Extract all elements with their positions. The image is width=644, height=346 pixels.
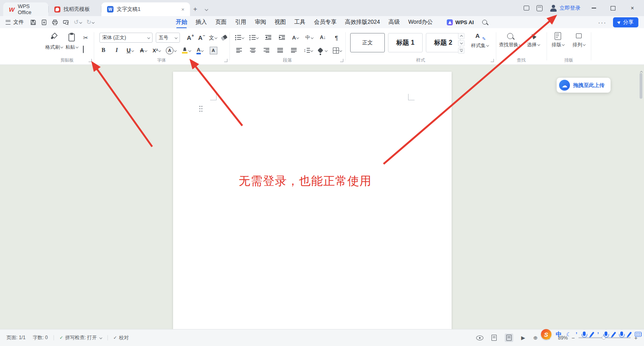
font-name-select[interactable]: 宋体 (正文) (99, 33, 153, 43)
distribute-button[interactable] (290, 46, 298, 55)
share-button[interactable]: 分享 (613, 17, 638, 27)
sort-button[interactable]: A↓ (319, 33, 327, 42)
style-heading1[interactable]: 标题 1 (388, 33, 423, 52)
ribbon-tab-tools[interactable]: 工具 (294, 19, 305, 26)
ribbon-tab-insert[interactable]: 插入 (196, 19, 207, 26)
apps-icon[interactable] (537, 5, 543, 11)
bullet-list-button[interactable] (235, 33, 244, 42)
new-tab-button[interactable]: + (190, 2, 200, 16)
redo-button[interactable]: ↻ (87, 19, 95, 26)
page-view-button[interactable] (505, 334, 513, 342)
align-right-button[interactable] (262, 46, 270, 55)
ime-pen-icon[interactable] (611, 331, 616, 337)
justify-button[interactable] (276, 46, 284, 55)
file-menu-button[interactable]: 文件 (6, 19, 24, 26)
asian-layout-button[interactable]: 中 (305, 33, 313, 42)
tab-wps-home[interactable]: W WPS Office (3, 2, 48, 16)
highlight-color-button[interactable] (182, 46, 191, 55)
italic-button[interactable]: I (113, 46, 121, 55)
ime-pen-icon[interactable] (627, 331, 632, 337)
ime-mic-icon[interactable] (605, 331, 607, 336)
ribbon-tab-word-office[interactable]: Word办公 (408, 19, 433, 26)
search-icon[interactable] (482, 20, 487, 25)
numbered-list-button[interactable] (250, 33, 258, 42)
styles-expand-icon[interactable] (491, 59, 494, 62)
tab-document[interactable]: W 文字文稿1 × (101, 2, 190, 16)
phonetic-guide-button[interactable]: 文 (209, 33, 217, 43)
tab-docer-templates[interactable]: 找稻壳模板 (49, 2, 101, 16)
restore-button[interactable] (607, 0, 619, 16)
typeset-button[interactable]: 排版 (548, 32, 568, 48)
line-spacing-button[interactable] (303, 46, 313, 55)
ime-pen-icon[interactable] (590, 331, 594, 337)
style-gallery-more-icon[interactable] (458, 48, 464, 54)
show-marks-button[interactable]: ¶ (332, 33, 341, 42)
paragraph-expand-icon[interactable] (340, 59, 343, 62)
strikethrough-button[interactable]: A (139, 46, 147, 55)
style-scroll-up-icon[interactable] (458, 33, 464, 39)
ime-mic-icon[interactable] (620, 331, 623, 336)
drag-handle-icon[interactable] (199, 105, 202, 112)
document-page[interactable]: 无需登录，也能正常使用 (173, 72, 452, 329)
arrange-button[interactable]: 排列 (569, 32, 588, 48)
style-scroll-down-icon[interactable] (458, 40, 464, 46)
borders-button[interactable] (333, 46, 342, 55)
eye-protect-button[interactable] (476, 336, 483, 340)
format-painter-button[interactable]: 格式刷 (43, 32, 64, 51)
word-count[interactable]: 字数: 0 (33, 334, 47, 341)
clear-format-button[interactable] (220, 33, 228, 43)
undo-chevron-icon[interactable] (79, 21, 82, 23)
outline-view-button[interactable]: ▶ (521, 335, 525, 341)
ribbon-tab-home[interactable]: 开始 (176, 19, 187, 26)
tab-list-chevron-icon[interactable] (200, 2, 211, 16)
ime-punctuation-icon[interactable]: ’ (576, 331, 577, 338)
proofread-button[interactable]: ✓ 校对 (114, 334, 129, 341)
text-effects-button[interactable]: A (166, 46, 176, 55)
vertical-scrollbar[interactable] (639, 66, 643, 327)
increase-indent-button[interactable] (278, 33, 286, 42)
ribbon-tab-advanced[interactable]: 高级 (388, 19, 400, 26)
char-shading-button[interactable]: A (209, 46, 217, 55)
copy-button[interactable] (83, 46, 84, 53)
close-window-button[interactable]: × (626, 0, 638, 16)
underline-button[interactable]: U (126, 46, 134, 55)
decrease-indent-button[interactable] (264, 33, 272, 42)
style-normal[interactable]: 正文 (350, 33, 385, 52)
ribbon-tab-view[interactable]: 视图 (275, 19, 286, 26)
bold-button[interactable]: B (99, 46, 107, 55)
ime-fullhalf-icon[interactable]: ☾ (566, 331, 572, 338)
select-button[interactable]: 选择 (524, 32, 543, 48)
ribbon-tab-typeset-2024[interactable]: 高效排版2024 (345, 19, 380, 26)
font-expand-icon[interactable] (224, 59, 227, 62)
print-button[interactable] (52, 19, 58, 25)
increase-font-button[interactable]: A+ (186, 33, 194, 43)
ime-mode-button[interactable]: 中 (556, 331, 562, 338)
clipboard-expand-icon[interactable] (89, 59, 92, 62)
undo-button[interactable]: ↺ (74, 19, 82, 26)
spell-check-status[interactable]: ✓ 拼写检查: 打开 (60, 334, 102, 341)
text-direction-button[interactable]: A (291, 33, 299, 42)
decrease-font-button[interactable]: A− (198, 33, 206, 43)
paste-button[interactable]: 粘贴 (63, 32, 80, 51)
font-color-button[interactable]: A (196, 46, 204, 55)
style-set-button[interactable]: A 样式集 (469, 32, 490, 49)
upload-drop-button[interactable]: ☁ 拖拽至此上传 (557, 78, 611, 93)
align-left-button[interactable] (235, 46, 243, 55)
find-replace-button[interactable]: 查找替换 (498, 32, 522, 48)
ime-mic-icon[interactable] (583, 331, 586, 336)
ribbon-tab-member[interactable]: 会员专享 (314, 19, 336, 26)
ime-keyboard-icon[interactable] (635, 332, 642, 337)
page-indicator[interactable]: 页面: 1/1 (6, 334, 25, 341)
ribbon-tab-page[interactable]: 页面 (215, 19, 227, 26)
export-pdf-button[interactable] (41, 19, 47, 25)
cut-button[interactable]: ✂ (82, 33, 90, 43)
close-tab-icon[interactable]: × (181, 6, 184, 12)
wps-ai-button[interactable]: WPS AI (447, 19, 474, 25)
ime-punctuation-icon[interactable]: ’ (597, 331, 599, 338)
window-stack-icon[interactable] (524, 6, 529, 10)
more-icon[interactable]: ··· (598, 19, 607, 26)
save-button[interactable] (30, 19, 36, 25)
sogou-logo-icon[interactable]: S (541, 329, 551, 340)
print-preview-button[interactable] (63, 19, 69, 25)
shading-button[interactable] (318, 46, 327, 55)
